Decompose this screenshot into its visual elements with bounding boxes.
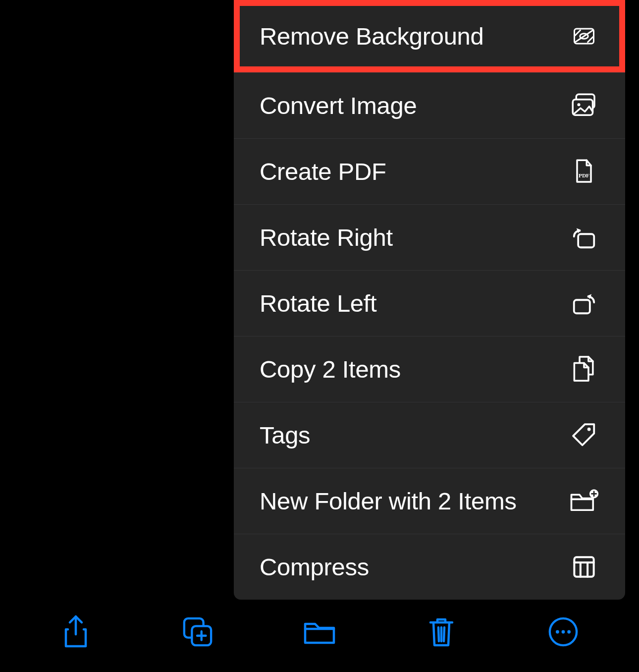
menu-item-label: Compress	[260, 553, 369, 581]
more-icon	[548, 616, 579, 647]
menu-item-copy-items[interactable]: Copy 2 Items	[234, 336, 625, 402]
convert-image-icon	[568, 89, 600, 122]
menu-item-label: Tags	[260, 421, 310, 449]
svg-line-4	[588, 37, 593, 43]
tags-icon	[568, 419, 600, 451]
menu-item-remove-background[interactable]: Remove Background	[234, 0, 625, 72]
menu-item-convert-image[interactable]: Convert Image	[234, 72, 625, 138]
rotate-right-icon	[568, 221, 600, 254]
create-pdf-icon: PDF	[568, 155, 600, 188]
svg-line-3	[575, 30, 581, 36]
folder-icon	[302, 618, 337, 646]
compress-icon	[568, 551, 600, 583]
svg-rect-10	[574, 300, 590, 313]
remove-background-icon	[568, 20, 600, 53]
new-folder-icon	[568, 485, 600, 517]
menu-item-label: Convert Image	[260, 92, 417, 119]
menu-item-new-folder[interactable]: New Folder with 2 Items	[234, 468, 625, 534]
menu-item-label: Remove Background	[260, 22, 483, 50]
menu-item-create-pdf[interactable]: Create PDF PDF	[234, 138, 625, 204]
rotate-left-icon	[568, 287, 600, 320]
menu-item-label: Copy 2 Items	[260, 355, 401, 383]
folder-button[interactable]	[302, 615, 337, 649]
svg-point-29	[556, 630, 559, 634]
svg-line-25	[438, 627, 439, 641]
svg-rect-16	[574, 557, 593, 576]
menu-item-label: Create PDF	[260, 158, 386, 185]
more-button[interactable]	[546, 615, 581, 649]
duplicate-icon	[182, 616, 213, 647]
svg-rect-9	[578, 234, 594, 247]
menu-item-rotate-right[interactable]: Rotate Right	[234, 204, 625, 270]
trash-button[interactable]	[424, 615, 459, 649]
menu-item-compress[interactable]: Compress	[234, 534, 625, 600]
svg-text:PDF: PDF	[579, 172, 589, 178]
svg-point-30	[562, 630, 565, 634]
menu-item-rotate-left[interactable]: Rotate Left	[234, 270, 625, 336]
copy-items-icon	[568, 353, 600, 386]
context-menu: Remove Background Convert Image Create P…	[234, 0, 625, 600]
menu-item-label: Rotate Left	[260, 289, 376, 317]
share-button[interactable]	[58, 615, 93, 649]
menu-item-tags[interactable]: Tags	[234, 402, 625, 468]
duplicate-button[interactable]	[180, 615, 215, 649]
bottom-toolbar	[0, 610, 639, 654]
svg-line-27	[444, 627, 444, 641]
share-icon	[62, 615, 90, 649]
menu-item-label: Rotate Right	[260, 224, 393, 251]
trash-icon	[427, 616, 455, 648]
svg-point-11	[587, 428, 591, 431]
menu-item-label: New Folder with 2 Items	[260, 487, 517, 515]
svg-point-7	[577, 103, 580, 106]
svg-point-31	[567, 630, 571, 634]
